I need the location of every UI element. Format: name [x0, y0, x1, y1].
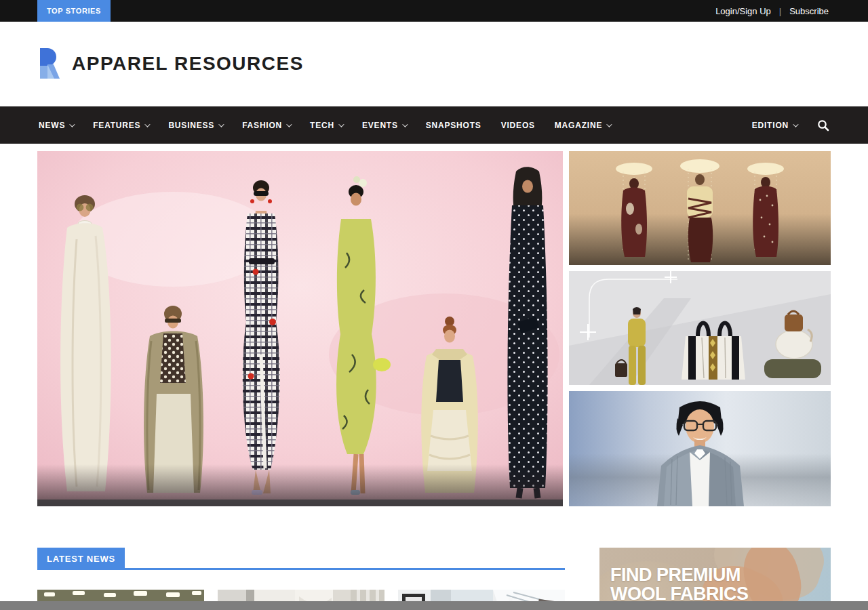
nav-label: EVENTS — [362, 121, 398, 130]
nav-right: EDITION — [752, 119, 829, 131]
chevron-down-icon — [402, 121, 408, 127]
bottom-bar — [0, 601, 868, 610]
ad-line-1: FIND PREMIUM — [610, 565, 749, 584]
nav-label: BUSINESS — [168, 121, 214, 130]
nav-item-tech[interactable]: TECH — [310, 121, 342, 130]
logo-text: APPAREL RESOURCES — [72, 53, 304, 75]
nav-item-features[interactable]: FEATURES — [93, 121, 149, 130]
hero-row — [37, 151, 831, 506]
side-stories — [569, 151, 831, 506]
side-story-image-3[interactable] — [569, 391, 831, 506]
main-content: LATEST NEWS — [37, 151, 831, 610]
nav-label: TECH — [310, 121, 334, 130]
chevron-down-icon — [606, 121, 612, 127]
nav-item-videos[interactable]: VIDEOS — [501, 121, 535, 130]
nav-item-magazine[interactable]: MAGAZINE — [555, 121, 610, 130]
chevron-down-icon — [286, 121, 292, 127]
nav-items: NEWS FEATURES BUSINESS FASHION TECH EVEN… — [39, 121, 610, 130]
subscribe-link[interactable]: Subscribe — [789, 6, 829, 16]
site-header: APPAREL RESOURCES — [0, 22, 868, 106]
latest-news-header: LATEST NEWS — [37, 548, 565, 570]
hero-story-image[interactable] — [37, 151, 563, 506]
nav-label: FASHION — [242, 121, 282, 130]
site-logo[interactable]: APPAREL RESOURCES — [37, 46, 304, 81]
nav-label: NEWS — [39, 121, 65, 130]
chevron-down-icon — [338, 121, 344, 127]
search-button[interactable] — [817, 119, 829, 131]
side-story-image-1[interactable] — [569, 151, 831, 265]
chevron-down-icon — [218, 121, 224, 127]
nav-item-business[interactable]: BUSINESS — [168, 121, 222, 130]
chevron-down-icon — [69, 121, 75, 127]
main-nav: NEWS FEATURES BUSINESS FASHION TECH EVEN… — [0, 106, 868, 144]
top-links: Login/Sign Up | Subscribe — [715, 0, 829, 22]
top-bar: TOP STORIES Login/Sign Up | Subscribe — [0, 0, 868, 22]
nav-item-snapshots[interactable]: SNAPSHOTS — [426, 121, 481, 130]
ad-text: FIND PREMIUM WOOL FABRICS — [610, 565, 749, 604]
nav-item-news[interactable]: NEWS — [39, 121, 73, 130]
chevron-down-icon — [793, 121, 798, 127]
side-story-image-2[interactable] — [569, 271, 831, 385]
login-link[interactable]: Login/Sign Up — [715, 6, 771, 16]
nav-item-fashion[interactable]: FASHION — [242, 121, 290, 130]
nav-label: SNAPSHOTS — [426, 121, 481, 130]
nav-label: EDITION — [752, 121, 789, 130]
top-stories-badge[interactable]: TOP STORIES — [37, 0, 111, 22]
nav-item-events[interactable]: EVENTS — [362, 121, 406, 130]
latest-news-badge: LATEST NEWS — [37, 548, 125, 570]
logo-r-icon — [37, 46, 64, 81]
chevron-down-icon — [145, 121, 151, 127]
nav-label: VIDEOS — [501, 121, 535, 130]
top-links-divider: | — [779, 6, 781, 16]
nav-item-edition[interactable]: EDITION — [752, 121, 797, 130]
nav-label: FEATURES — [93, 121, 140, 130]
search-icon — [817, 119, 829, 131]
nav-label: MAGAZINE — [555, 121, 602, 130]
